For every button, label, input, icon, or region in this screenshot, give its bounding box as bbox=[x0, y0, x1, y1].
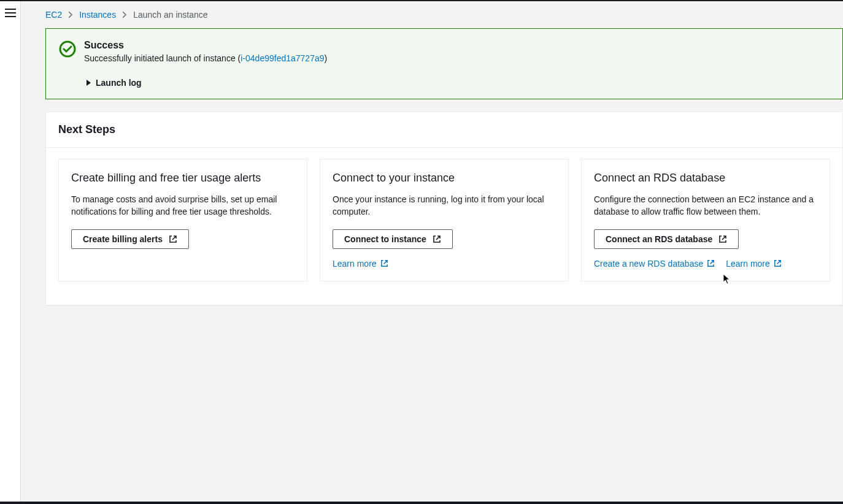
create-rds-link[interactable]: Create a new RDS database bbox=[594, 259, 715, 269]
caret-right-icon bbox=[87, 80, 91, 86]
create-billing-alerts-button[interactable]: Create billing alerts bbox=[71, 229, 189, 249]
connect-to-instance-button[interactable]: Connect to instance bbox=[333, 229, 453, 249]
flash-title: Success bbox=[84, 40, 327, 51]
external-link-icon bbox=[774, 259, 782, 267]
external-link-icon bbox=[169, 235, 177, 243]
svg-rect-1 bbox=[5, 12, 16, 13]
card-desc: Configure the connection between an EC2 … bbox=[594, 193, 817, 218]
external-link-icon bbox=[707, 259, 715, 267]
breadcrumb-ec2[interactable]: EC2 bbox=[45, 10, 62, 20]
breadcrumb: EC2 Instances Launch an instance bbox=[45, 1, 843, 28]
svg-rect-0 bbox=[5, 9, 16, 10]
learn-more-link[interactable]: Learn more bbox=[726, 259, 782, 269]
next-steps-panel: Next Steps Create billing and free tier … bbox=[45, 112, 843, 305]
external-link-icon bbox=[718, 235, 727, 243]
chevron-right-icon bbox=[68, 11, 73, 18]
card-title: Create billing and free tier usage alert… bbox=[71, 172, 294, 185]
card-billing-alerts: Create billing and free tier usage alert… bbox=[58, 159, 307, 281]
chevron-right-icon bbox=[122, 11, 127, 18]
panel-header: Next Steps bbox=[46, 112, 842, 148]
learn-more-link[interactable]: Learn more bbox=[333, 259, 388, 269]
card-title: Connect an RDS database bbox=[594, 172, 817, 185]
external-link-icon bbox=[380, 259, 388, 267]
hamburger-icon[interactable] bbox=[5, 9, 16, 17]
svg-rect-2 bbox=[5, 16, 16, 17]
instance-id-link[interactable]: i-04de99fed1a7727a9 bbox=[241, 53, 324, 63]
main-content: EC2 Instances Launch an instance Succes bbox=[21, 1, 843, 504]
bottom-bar bbox=[0, 502, 843, 504]
connect-rds-button[interactable]: Connect an RDS database bbox=[594, 229, 739, 249]
side-rail bbox=[0, 1, 21, 504]
success-check-icon bbox=[58, 40, 77, 58]
breadcrumb-current: Launch an instance bbox=[133, 10, 207, 20]
card-connect-instance: Connect to your instance Once your insta… bbox=[320, 159, 569, 281]
card-title: Connect to your instance bbox=[333, 172, 556, 185]
success-flash: Success Successfully initiated launch of… bbox=[45, 28, 843, 99]
launch-log-label: Launch log bbox=[96, 78, 142, 88]
next-steps-heading: Next Steps bbox=[58, 123, 830, 136]
breadcrumb-instances[interactable]: Instances bbox=[79, 10, 116, 20]
card-desc: Once your instance is running, log into … bbox=[333, 193, 556, 218]
card-connect-rds: Connect an RDS database Configure the co… bbox=[581, 159, 830, 281]
external-link-icon bbox=[433, 235, 441, 243]
launch-log-toggle[interactable]: Launch log bbox=[87, 78, 830, 88]
flash-message: Successfully initiated launch of instanc… bbox=[84, 53, 327, 63]
card-desc: To manage costs and avoid surprise bills… bbox=[71, 193, 294, 218]
